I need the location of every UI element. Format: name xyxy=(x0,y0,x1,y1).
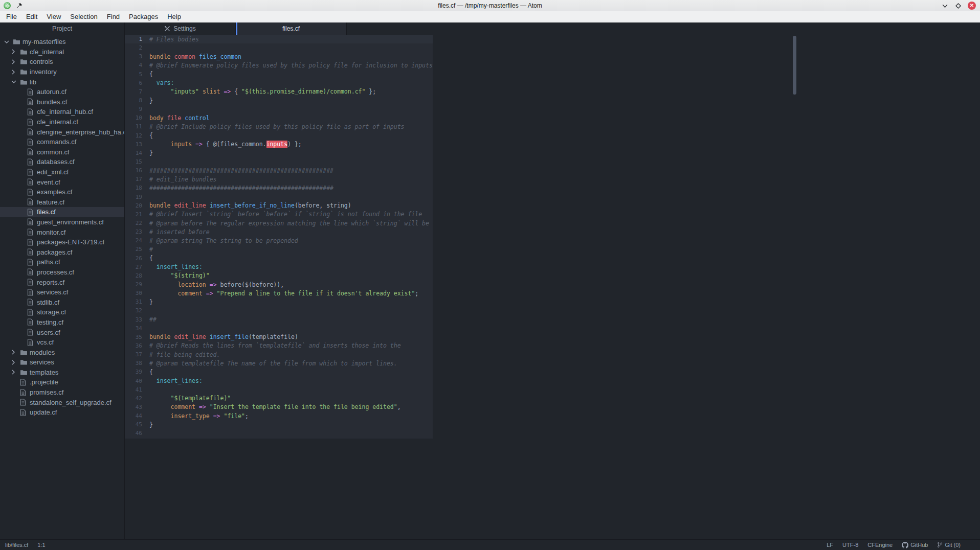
code-line-33[interactable]: 33## xyxy=(125,315,433,324)
code-line-42[interactable]: 42 "$(templatefile)" xyxy=(125,394,433,403)
code-line-15[interactable]: 15 xyxy=(125,157,433,166)
code-line-41[interactable]: 41 xyxy=(125,385,433,394)
line-number[interactable]: 25 xyxy=(125,246,142,253)
code-line-4[interactable]: 4# @brief Enumerate policy files used by… xyxy=(125,61,433,70)
code-line-5[interactable]: 5{ xyxy=(125,70,433,79)
code-editor[interactable]: 1# Files bodies23bundle common files_com… xyxy=(125,35,433,439)
tree-item-files.cf[interactable]: files.cf xyxy=(0,207,124,217)
code-line-22[interactable]: 22# @param before The regular expression… xyxy=(125,219,433,227)
code-line-18[interactable]: 18######################################… xyxy=(125,184,433,192)
maximize-icon[interactable] xyxy=(954,2,962,10)
tab-files.cf[interactable]: files.cf xyxy=(236,22,347,35)
code-line-46[interactable]: 46 xyxy=(125,429,433,438)
menu-packages[interactable]: Packages xyxy=(124,11,163,22)
line-number[interactable]: 6 xyxy=(125,80,142,86)
code-line-31[interactable]: 31} xyxy=(125,297,433,306)
tree-item-feature.cf[interactable]: feature.cf xyxy=(0,197,124,208)
code-line-34[interactable]: 34 xyxy=(125,324,433,333)
line-number[interactable]: 33 xyxy=(125,316,142,323)
menu-view[interactable]: View xyxy=(42,11,65,22)
code-line-27[interactable]: 27 insert_lines: xyxy=(125,263,433,271)
code-line-3[interactable]: 3bundle common files_common xyxy=(125,52,433,61)
menu-file[interactable]: File xyxy=(2,11,21,22)
tree-item-packages-ENT-3719.cf[interactable]: packages-ENT-3719.cf xyxy=(0,237,124,247)
line-number[interactable]: 29 xyxy=(125,281,142,288)
line-number[interactable]: 5 xyxy=(125,71,142,78)
code-line-8[interactable]: 8} xyxy=(125,96,433,105)
code-line-25[interactable]: 25# xyxy=(125,245,433,254)
code-line-17[interactable]: 17# edit_line bundles xyxy=(125,175,433,184)
minimize-icon[interactable] xyxy=(941,2,949,10)
line-number[interactable]: 15 xyxy=(125,158,142,165)
code-line-23[interactable]: 23# inserted before xyxy=(125,227,433,236)
tree-item-standalone_self_upgrade.cf[interactable]: standalone_self_upgrade.cf xyxy=(0,397,124,407)
line-number[interactable]: 20 xyxy=(125,202,142,209)
tree-item-packages.cf[interactable]: packages.cf xyxy=(0,247,124,257)
code-line-2[interactable]: 2 xyxy=(125,43,433,52)
line-number[interactable]: 12 xyxy=(125,132,142,139)
line-number[interactable]: 36 xyxy=(125,342,142,349)
tree-item-.projectile[interactable]: .projectile xyxy=(0,377,124,387)
line-number[interactable]: 39 xyxy=(125,369,142,375)
tree-item-vcs.cf[interactable]: vcs.cf xyxy=(0,337,124,348)
line-number[interactable]: 24 xyxy=(125,237,142,244)
code-line-40[interactable]: 40 insert_lines: xyxy=(125,376,433,385)
code-line-1[interactable]: 1# Files bodies xyxy=(125,35,433,43)
tree-item-cfe_internal[interactable]: cfe_internal xyxy=(0,47,124,57)
line-number[interactable]: 45 xyxy=(125,421,142,428)
code-line-13[interactable]: 13 inputs => { @(files_common.inputs) }; xyxy=(125,140,433,149)
pin-icon[interactable] xyxy=(16,3,23,9)
line-number[interactable]: 21 xyxy=(125,211,142,218)
tree-item-lib[interactable]: lib xyxy=(0,77,124,87)
line-number[interactable]: 8 xyxy=(125,97,142,104)
tree-item-users.cf[interactable]: users.cf xyxy=(0,327,124,337)
line-number[interactable]: 31 xyxy=(125,299,142,305)
tree-item-edit_xml.cf[interactable]: edit_xml.cf xyxy=(0,167,124,177)
code-line-20[interactable]: 20bundle edit_line insert_before_if_no_l… xyxy=(125,201,433,210)
code-line-35[interactable]: 35bundle edit_line insert_file(templatef… xyxy=(125,333,433,341)
tree-item-reports.cf[interactable]: reports.cf xyxy=(0,277,124,287)
line-number[interactable]: 46 xyxy=(125,430,142,437)
tree-item-event.cf[interactable]: event.cf xyxy=(0,177,124,187)
line-number[interactable]: 23 xyxy=(125,228,142,235)
tree-item-update.cf[interactable]: update.cf xyxy=(0,407,124,418)
line-number[interactable]: 7 xyxy=(125,88,142,95)
code-line-39[interactable]: 39{ xyxy=(125,368,433,376)
tree-item-examples.cf[interactable]: examples.cf xyxy=(0,187,124,197)
tree-item-monitor.cf[interactable]: monitor.cf xyxy=(0,227,124,237)
line-number[interactable]: 32 xyxy=(125,307,142,314)
code-line-9[interactable]: 9 xyxy=(125,105,433,113)
code-line-44[interactable]: 44 insert_type => "file"; xyxy=(125,411,433,420)
status-git[interactable]: Git (0) xyxy=(937,542,961,548)
line-number[interactable]: 26 xyxy=(125,255,142,262)
line-number[interactable]: 30 xyxy=(125,290,142,296)
line-number[interactable]: 9 xyxy=(125,106,142,112)
code-line-45[interactable]: 45} xyxy=(125,420,433,429)
tree-item-services[interactable]: services xyxy=(0,357,124,368)
code-line-36[interactable]: 36# @brief Reads the lines from `templat… xyxy=(125,341,433,350)
line-number[interactable]: 14 xyxy=(125,150,142,156)
code-line-10[interactable]: 10body file control xyxy=(125,113,433,122)
status-github[interactable]: GitHub xyxy=(902,542,928,548)
code-line-30[interactable]: 30 comment => "Prepend a line to the fil… xyxy=(125,289,433,297)
scrollbar-thumb[interactable] xyxy=(793,36,796,95)
code-line-19[interactable]: 19 xyxy=(125,193,433,201)
menu-edit[interactable]: Edit xyxy=(21,11,42,22)
code-line-11[interactable]: 11# @brief Include policy files used by … xyxy=(125,122,433,131)
code-line-26[interactable]: 26{ xyxy=(125,254,433,263)
line-number[interactable]: 2 xyxy=(125,44,142,51)
tree-item-inventory[interactable]: inventory xyxy=(0,67,124,77)
tree-item-common.cf[interactable]: common.cf xyxy=(0,147,124,157)
tree-item-testing.cf[interactable]: testing.cf xyxy=(0,317,124,328)
code-line-43[interactable]: 43 comment => "Insert the template file … xyxy=(125,403,433,411)
tree-item-storage.cf[interactable]: storage.cf xyxy=(0,307,124,317)
tree-item-templates[interactable]: templates xyxy=(0,368,124,378)
line-number[interactable]: 27 xyxy=(125,264,142,270)
line-number[interactable]: 41 xyxy=(125,386,142,393)
line-number[interactable]: 44 xyxy=(125,413,142,419)
tree-item-guest_environments.cf[interactable]: guest_environments.cf xyxy=(0,217,124,227)
code-line-38[interactable]: 38# @param templatefile The name of the … xyxy=(125,359,433,368)
tree-item-cfe_internal_hub.cf[interactable]: cfe_internal_hub.cf xyxy=(0,107,124,117)
code-line-12[interactable]: 12{ xyxy=(125,131,433,140)
tab-settings[interactable]: Settings xyxy=(125,22,236,35)
